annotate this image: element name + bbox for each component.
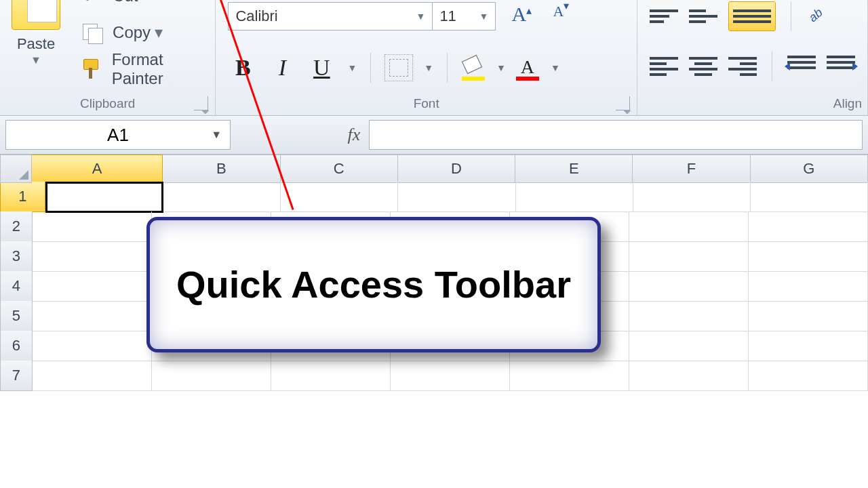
formula-input[interactable] (369, 120, 863, 150)
column-header-c[interactable]: C (281, 155, 398, 183)
decrease-font-button[interactable]: A▾ (547, 3, 574, 30)
row-header-2[interactable]: 2 (0, 211, 33, 242)
cut-button[interactable]: ✂ Cut (80, 0, 215, 12)
align-center-button[interactable] (689, 53, 717, 80)
row-header-7[interactable]: 7 (0, 361, 33, 391)
row-header-4[interactable]: 4 (0, 271, 33, 302)
row-header-5[interactable]: 5 (0, 301, 33, 331)
cell[interactable] (152, 361, 271, 391)
cell[interactable] (629, 211, 749, 242)
font-name-select[interactable]: Calibri ▼ (228, 2, 433, 30)
scissors-icon: ✂ (80, 0, 106, 7)
font-group-label: Font (216, 96, 637, 111)
clipboard-group-label: Clipboard (0, 96, 215, 111)
chevron-down-icon: ▼ (479, 11, 489, 22)
font-color-dropdown[interactable]: ▼ (551, 62, 560, 73)
cell[interactable] (749, 361, 868, 391)
orientation-button[interactable] (806, 3, 835, 30)
fill-color-dropdown[interactable]: ▼ (496, 62, 506, 73)
align-middle-button[interactable] (689, 3, 717, 30)
cell[interactable] (629, 271, 749, 302)
cell[interactable] (749, 241, 868, 272)
cell[interactable] (749, 271, 868, 302)
cell[interactable] (33, 301, 152, 331)
select-all-corner[interactable] (0, 155, 32, 183)
cell[interactable] (33, 211, 152, 242)
align-left-button[interactable] (650, 53, 678, 80)
cell[interactable] (33, 331, 152, 361)
cell[interactable] (271, 361, 391, 391)
increase-font-button[interactable]: A▴ (508, 3, 535, 30)
cell[interactable] (629, 241, 749, 272)
copy-icon (83, 24, 103, 41)
clipboard-launcher-icon[interactable] (194, 96, 208, 110)
group-alignment: Align (637, 0, 868, 115)
cell[interactable] (33, 241, 152, 272)
cell[interactable] (510, 361, 629, 391)
row-header-1[interactable]: 1 (0, 182, 45, 212)
cell[interactable] (629, 301, 749, 331)
underline-dropdown[interactable]: ▼ (347, 62, 357, 73)
underline-button[interactable]: U (307, 52, 336, 84)
format-painter-label: Format Painter (112, 50, 216, 88)
wrap-text-button[interactable] (728, 1, 776, 31)
column-header-f[interactable]: F (633, 155, 750, 183)
cell[interactable] (163, 182, 281, 212)
cell[interactable] (629, 331, 749, 361)
copy-button[interactable]: Copy ▾ (80, 16, 215, 49)
cell[interactable] (281, 182, 398, 212)
chevron-down-icon: ▼ (416, 11, 426, 22)
font-size-value: 11 (439, 7, 456, 25)
border-button[interactable] (384, 54, 413, 81)
row-header-3[interactable]: 3 (0, 241, 33, 272)
fill-color-button[interactable] (461, 56, 486, 79)
paste-dropdown[interactable]: ▼ (31, 54, 41, 66)
align-right-button[interactable] (728, 53, 757, 80)
formula-bar: A1 ▼ fx (0, 116, 868, 155)
cell[interactable] (749, 301, 868, 331)
italic-button[interactable]: I (267, 52, 297, 84)
font-name-value: Calibri (235, 7, 277, 25)
border-dropdown[interactable]: ▼ (424, 62, 433, 73)
paste-button[interactable]: Paste (17, 35, 55, 53)
cell[interactable] (33, 271, 152, 302)
column-header-a[interactable]: A (32, 155, 163, 183)
column-header-g[interactable]: G (751, 155, 868, 183)
cell-a1[interactable] (45, 182, 163, 213)
cell[interactable] (516, 182, 633, 212)
cell[interactable] (751, 182, 868, 212)
copy-dropdown[interactable]: ▾ (155, 23, 163, 42)
column-header-d[interactable]: D (398, 155, 515, 183)
separator (447, 53, 448, 83)
row-header-6[interactable]: 6 (0, 331, 33, 361)
callout-text: Quick Access Toolbar (176, 262, 571, 307)
cut-label: Cut (113, 0, 138, 5)
name-box[interactable]: A1 ▼ (5, 120, 231, 150)
fx-button[interactable]: fx (339, 121, 369, 149)
chevron-down-icon[interactable]: ▼ (211, 129, 222, 141)
annotation-callout: Quick Access Toolbar (146, 217, 601, 352)
font-size-select[interactable]: 11 ▼ (432, 2, 496, 30)
paste-icon[interactable] (12, 0, 60, 30)
copy-label: Copy (113, 23, 151, 42)
cell[interactable] (749, 211, 868, 242)
column-header-e[interactable]: E (515, 155, 633, 183)
decrease-indent-button[interactable] (787, 53, 816, 80)
column-header-b[interactable]: B (163, 155, 280, 183)
ribbon: Paste ▼ ✂ Cut Copy ▾ Format Painter Clip… (0, 0, 868, 116)
cell[interactable] (749, 331, 868, 361)
separator (772, 52, 772, 81)
align-top-button[interactable] (650, 3, 678, 30)
cell[interactable] (33, 361, 152, 391)
cell[interactable] (391, 361, 510, 391)
cell[interactable] (398, 182, 515, 212)
paintbrush-icon (82, 59, 102, 79)
font-color-button[interactable]: A (515, 56, 540, 79)
increase-indent-button[interactable] (827, 53, 855, 80)
format-painter-button[interactable]: Format Painter (80, 53, 215, 85)
group-font: Calibri ▼ 11 ▼ A▴ A▾ B I U ▼ ▼ ▼ A ▼ Fon… (216, 0, 637, 115)
font-launcher-icon[interactable] (616, 96, 630, 110)
cell[interactable] (633, 182, 751, 212)
name-box-value: A1 (107, 125, 129, 146)
cell[interactable] (629, 361, 749, 391)
